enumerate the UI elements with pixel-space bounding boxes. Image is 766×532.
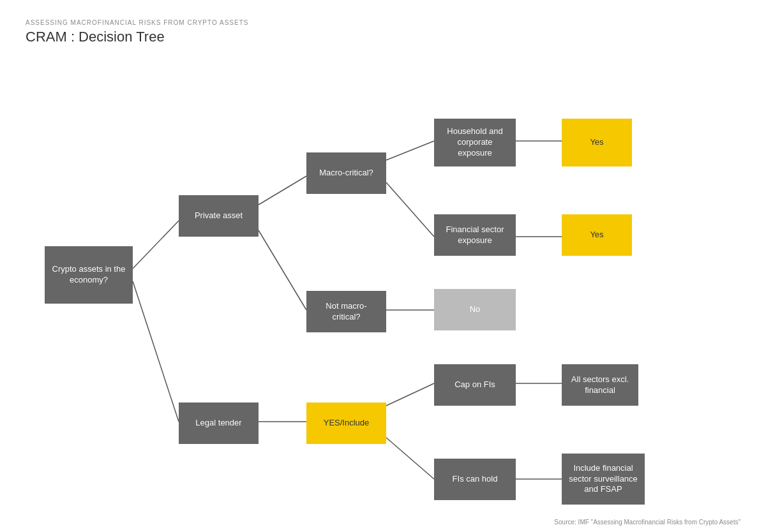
node-yes-include: YES/Include	[306, 403, 386, 444]
svg-line-3	[259, 230, 306, 310]
node-no: No	[434, 289, 516, 330]
node-include-financial: Include financial sector surveillance an…	[562, 454, 645, 505]
node-all-sectors: All sectors excl. financial	[562, 364, 638, 406]
node-cap-on-fis: Cap on FIs	[434, 364, 516, 406]
node-crypto: Crypto assets in the economy?	[45, 246, 133, 304]
svg-line-11	[386, 438, 434, 479]
svg-line-5	[386, 182, 434, 237]
connector-lines	[26, 58, 740, 517]
node-yes1: Yes	[562, 119, 632, 166]
node-not-macro-critical: Not macro-critical?	[306, 291, 386, 332]
node-household: Household and corporate exposure	[434, 119, 516, 166]
svg-line-4	[386, 141, 434, 160]
node-legal-tender: Legal tender	[179, 403, 259, 444]
node-fis-can-hold: FIs can hold	[434, 459, 516, 500]
node-yes2: Yes	[562, 214, 632, 256]
source-citation: Source: IMF "Assessing Macrofinancial Ri…	[554, 519, 740, 526]
subtitle: ASSESSING MACROFINANCIAL RISKS FROM CRYP…	[26, 19, 740, 26]
node-macro-critical: Macro-critical?	[306, 152, 386, 194]
svg-line-2	[259, 176, 306, 205]
svg-line-10	[386, 383, 434, 406]
node-private-asset: Private asset	[179, 195, 259, 237]
page-title: CRAM : Decision Tree	[26, 29, 740, 45]
node-financial-sector: Financial sector exposure	[434, 214, 516, 256]
decision-tree-diagram: Crypto assets in the economy? Private as…	[26, 58, 740, 517]
page: ASSESSING MACROFINANCIAL RISKS FROM CRYP…	[0, 0, 766, 532]
svg-line-0	[133, 221, 179, 269]
svg-line-1	[133, 281, 179, 422]
